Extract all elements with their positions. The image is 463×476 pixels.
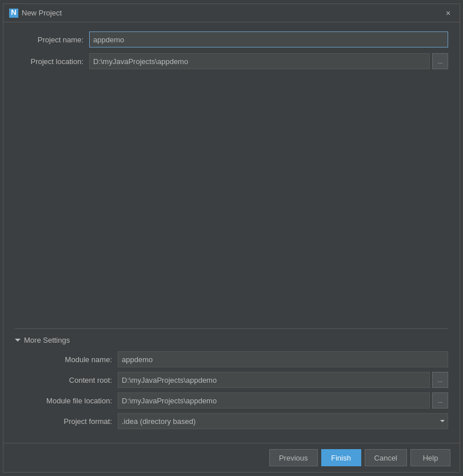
finish-button[interactable]: Finish — [321, 449, 361, 466]
new-project-dialog: N New Project × Project name: Project lo… — [3, 3, 460, 473]
content-root-input-wrapper: ... — [118, 372, 448, 388]
more-settings-section: More Settings Module name: Content root:… — [15, 328, 448, 434]
project-location-input-wrapper: ... — [89, 53, 448, 69]
chevron-down-icon — [15, 339, 21, 342]
help-button[interactable]: Help — [410, 449, 450, 466]
module-file-location-input-wrapper: ... — [118, 392, 448, 408]
module-file-location-browse-button[interactable]: ... — [432, 392, 448, 408]
module-file-location-input[interactable] — [118, 392, 430, 408]
project-name-input[interactable] — [89, 31, 448, 47]
project-name-row: Project name: — [15, 31, 448, 47]
more-settings-toggle[interactable]: More Settings — [15, 335, 448, 346]
more-settings-label: More Settings — [24, 336, 70, 344]
project-name-input-wrapper — [89, 31, 448, 47]
dialog-title: New Project — [22, 9, 62, 17]
content-spacer — [15, 75, 448, 328]
project-format-row: Project format: .idea (directory based).… — [15, 413, 448, 429]
dialog-footer: Previous Finish Cancel Help — [3, 443, 460, 472]
project-name-label: Project name: — [15, 35, 89, 44]
close-button[interactable]: × — [442, 7, 454, 19]
module-file-location-label: Module file location: — [15, 396, 118, 405]
dialog-icon: N — [9, 9, 18, 18]
project-location-input[interactable] — [89, 53, 430, 69]
project-location-row: Project location: ... — [15, 53, 448, 69]
svg-text:N: N — [11, 9, 16, 17]
title-bar: N New Project × — [3, 4, 460, 22]
content-root-browse-button[interactable]: ... — [432, 372, 448, 388]
module-name-input-wrapper — [118, 351, 448, 367]
project-format-label: Project format: — [15, 417, 118, 426]
module-name-input[interactable] — [118, 351, 448, 367]
content-root-input[interactable] — [118, 372, 430, 388]
module-file-location-row: Module file location: ... — [15, 392, 448, 408]
project-location-label: Project location: — [15, 57, 89, 66]
project-format-select[interactable]: .idea (directory based).ipr (file based) — [118, 413, 448, 429]
previous-button[interactable]: Previous — [269, 449, 318, 466]
module-name-row: Module name: — [15, 351, 448, 367]
title-bar-left: N New Project — [9, 9, 62, 18]
content-root-label: Content root: — [15, 376, 118, 384]
project-format-select-wrapper: .idea (directory based).ipr (file based) — [118, 413, 448, 429]
module-name-label: Module name: — [15, 355, 118, 364]
content-root-row: Content root: ... — [15, 372, 448, 388]
project-location-browse-button[interactable]: ... — [432, 53, 448, 69]
cancel-button[interactable]: Cancel — [365, 449, 407, 466]
dialog-content: Project name: Project location: ... More… — [3, 22, 460, 443]
